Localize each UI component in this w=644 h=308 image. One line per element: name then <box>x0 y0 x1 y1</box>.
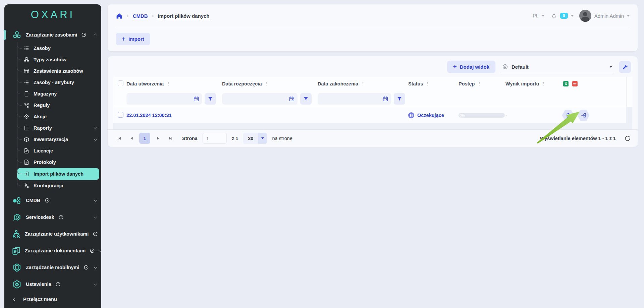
sidebar-item-licencje[interactable]: Licencje <box>17 145 99 157</box>
chevron-left-icon <box>12 297 17 302</box>
sidebar-item-zasoby-atrybuty[interactable]: Zasoby - atrybuty <box>17 77 99 88</box>
license-document-icon <box>23 147 30 154</box>
sidebar-item-zestawienia-zasobow[interactable]: Zestawienia zasobów <box>17 65 99 77</box>
app-logo[interactable]: OXARI <box>4 4 101 25</box>
created-date-filter-input[interactable] <box>130 96 193 102</box>
start-date-filter-input[interactable] <box>225 96 288 102</box>
main-content: › CMDB › Import plików danych PL 0 Admin… <box>108 4 638 147</box>
gauge-icon <box>90 248 95 253</box>
table-row[interactable]: 22.01.2024 12:00:31 Oczekujące 0% - <box>113 107 632 124</box>
end-date-filter-input[interactable] <box>321 96 382 102</box>
page-word: Strona <box>182 136 198 141</box>
table-header-row: Data utworzenia Data rozpoczęcia Data za… <box>113 77 632 91</box>
row-created-link[interactable]: 22.01.2024 12:00:31 <box>126 113 172 118</box>
sidebar-item-typy-zasobow[interactable]: Typy zasobów <box>17 54 99 65</box>
calendar-icon[interactable] <box>193 95 200 103</box>
first-page-button[interactable] <box>114 134 124 143</box>
report-icon <box>23 125 30 131</box>
menu-toggle-button[interactable]: Przełącz menu <box>4 293 101 308</box>
page-number-button[interactable]: 1 <box>139 133 150 144</box>
column-menu-icon[interactable] <box>476 81 482 87</box>
user-name[interactable]: Admin Admin <box>594 13 624 19</box>
refresh-button[interactable] <box>624 135 631 142</box>
next-page-button[interactable] <box>153 134 163 143</box>
import-button[interactable]: + Import <box>116 33 150 45</box>
filter-funnel-icon[interactable] <box>205 93 216 105</box>
chevron-down-icon <box>609 66 612 68</box>
page-number-input[interactable] <box>203 133 227 144</box>
language-selector-value[interactable]: PL <box>533 13 539 18</box>
filter-funnel-icon[interactable] <box>300 93 312 105</box>
chevron-up-icon <box>94 34 97 37</box>
chevron-down-icon[interactable] <box>571 15 574 17</box>
run-import-button[interactable] <box>577 110 590 121</box>
table-settings-button[interactable] <box>619 61 631 73</box>
refresh-icon <box>624 135 631 142</box>
pagination-bar: 1 Strona z 1 20 na stronę Wyświetlanie e… <box>108 129 638 147</box>
column-menu-icon[interactable] <box>360 81 366 87</box>
chevron-down-icon[interactable] <box>627 15 630 17</box>
chevron-down-icon[interactable] <box>542 15 544 17</box>
export-excel-button[interactable]: X <box>562 80 569 87</box>
sidebar-item-zarzadzanie-mobilnymi[interactable]: Zarządzanie mobilnymi <box>4 260 101 275</box>
column-menu-icon[interactable] <box>263 81 269 87</box>
sidebar-item-inwentaryzacja[interactable]: Inwentaryzacja <box>17 134 99 145</box>
hierarchy-icon <box>23 56 30 63</box>
sidebar-item-protokoly[interactable]: Protokoły <box>17 157 99 168</box>
sidebar-item-zarzadzanie-uzytkownikami[interactable]: Zarządzanie użytkownikami <box>4 226 101 242</box>
breadcrumb-separator: › <box>152 12 154 19</box>
page-size-select[interactable]: 20 <box>243 133 267 144</box>
view-selector[interactable]: Default <box>500 61 614 73</box>
sidebar-item-zarzadzanie-dokumentami[interactable]: Zarządzanie dokumentami <box>4 243 101 258</box>
column-menu-icon[interactable] <box>165 81 171 87</box>
sidebar-item-akcje[interactable]: Akcje <box>17 111 99 122</box>
column-menu-icon[interactable] <box>541 81 547 87</box>
sidebar-item-zasoby[interactable]: Zasoby <box>17 43 99 54</box>
add-view-button[interactable]: + Dodaj widok <box>447 61 495 73</box>
calendar-icon[interactable] <box>288 95 296 103</box>
cmdb-icon <box>12 195 22 205</box>
sidebar-item-servicedesk[interactable]: Servicedesk <box>4 209 101 225</box>
table-scrollbar[interactable] <box>626 107 632 123</box>
select-all-checkbox[interactable] <box>118 80 123 86</box>
delete-row-button[interactable] <box>562 110 574 121</box>
breadcrumb-separator: › <box>127 12 129 19</box>
bell-icon[interactable] <box>551 13 557 19</box>
first-page-icon <box>117 136 122 141</box>
gauge-icon <box>58 214 64 220</box>
status-badge: Oczekujące <box>408 112 459 118</box>
sidebar-item-cmdb[interactable]: CMDB <box>4 193 101 208</box>
home-icon[interactable] <box>116 12 123 19</box>
notification-count-badge[interactable]: 0 <box>560 13 568 19</box>
topbar: PL 0 Admin Admin <box>533 10 630 22</box>
sidebar-item-ustawienia[interactable]: Ustawienia <box>4 276 101 292</box>
sidebar-item-reguly[interactable]: Reguły <box>17 100 99 111</box>
svg-text:X: X <box>565 82 567 86</box>
sidebar-item-konfiguracja[interactable]: Konfiguracja <box>17 180 99 191</box>
avatar[interactable] <box>579 10 591 22</box>
row-actions <box>556 110 626 121</box>
table-toolbar: + Dodaj widok Default <box>108 56 638 77</box>
breadcrumb-current[interactable]: Import plików danych <box>158 13 209 19</box>
sidebar-item-zarzadzanie-zasobami[interactable]: Zarządzanie zasobami <box>4 27 101 43</box>
sidebar-item-magazyny[interactable]: Magazyny <box>17 88 99 100</box>
sidebar-item-raporty[interactable]: Raporty <box>17 122 99 134</box>
column-menu-icon[interactable] <box>425 81 431 87</box>
sidebar-item-import-plikow-danych[interactable]: Import plików danych <box>17 168 99 180</box>
column-label: Data rozpoczęcia <box>222 81 262 86</box>
filter-funnel-icon[interactable] <box>394 93 405 105</box>
per-page-word: na stronę <box>272 136 292 141</box>
settings-gear-icon <box>12 279 22 289</box>
view-icon <box>502 64 508 70</box>
export-pdf-button[interactable]: PDF <box>572 80 578 87</box>
assets-submenu: Zasoby Typy zasobów Zestawienia zasobów … <box>17 43 101 191</box>
prev-page-icon <box>129 136 134 141</box>
inventory-box-icon <box>23 136 30 143</box>
row-checkbox[interactable] <box>118 112 123 118</box>
breadcrumb-link-cmdb[interactable]: CMDB <box>133 13 148 19</box>
last-page-button[interactable] <box>166 134 175 143</box>
prev-page-button[interactable] <box>127 134 136 143</box>
calendar-icon[interactable] <box>382 95 389 103</box>
column-label: Data utworzenia <box>126 81 164 86</box>
chevron-down-icon <box>94 126 97 129</box>
